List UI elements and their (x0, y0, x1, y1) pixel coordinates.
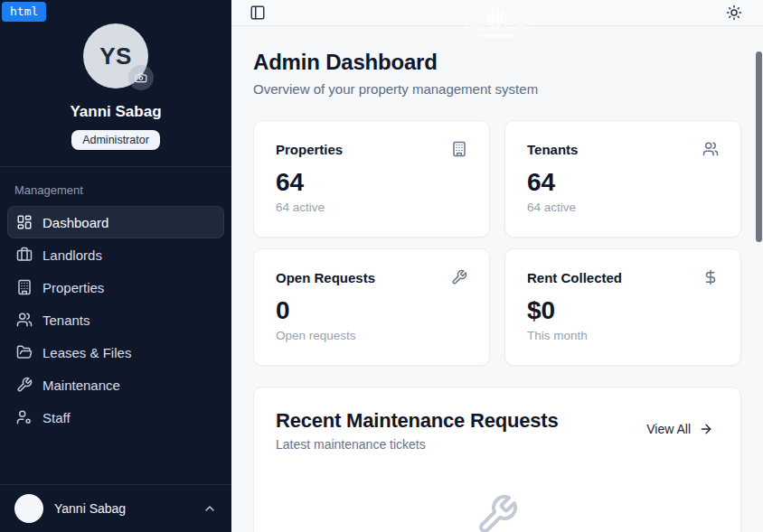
role-badge: Administrator (71, 130, 160, 150)
stat-title: Properties (276, 142, 343, 157)
sidebar-item-dashboard[interactable]: Dashboard (7, 206, 224, 238)
vertical-scrollbar[interactable] (756, 51, 762, 242)
stat-subtext: This month (527, 329, 719, 342)
dashboard-content: Admin Dashboard Overview of your propert… (231, 26, 763, 532)
page-subtitle: Overview of your property management sys… (253, 81, 741, 97)
sidebar-item-label: Tenants (42, 313, 90, 328)
stat-card-properties[interactable]: Properties 64 64 active (253, 120, 490, 238)
main-area: ATID REALITY Admin Dashboard Overview of… (231, 0, 763, 532)
stat-card-tenants[interactable]: Tenants 64 64 active (504, 120, 741, 238)
wrench-icon (451, 269, 467, 285)
building-icon (451, 141, 467, 157)
briefcase-icon (16, 247, 33, 263)
stat-cards-grid: Properties 64 64 active Tenants (253, 120, 741, 366)
profile-name: Yanni Sabag (14, 103, 217, 121)
building-icon (16, 279, 33, 295)
view-all-button[interactable]: View All (641, 415, 719, 443)
dashboard-icon (16, 214, 33, 230)
stat-title: Rent Collected (527, 270, 622, 285)
sun-icon (726, 5, 742, 21)
sidebar-item-label: Maintenance (42, 378, 120, 393)
sidebar: YS Yanni Sabag Administrator Management … (0, 0, 231, 532)
stat-title: Open Requests (276, 270, 375, 285)
sidebar-nav: Management Dashboard Landlords Propertie… (0, 167, 231, 484)
panel-left-icon (250, 5, 266, 21)
page-title: Admin Dashboard (253, 50, 741, 75)
user-cog-icon (16, 409, 33, 425)
stat-value: 0 (276, 297, 467, 325)
view-all-label: View All (646, 422, 691, 436)
stat-card-rent-collected[interactable]: Rent Collected $0 This month (504, 248, 741, 366)
sidebar-toggle-button[interactable] (245, 0, 270, 25)
sidebar-item-leases-files[interactable]: Leases & Files (7, 336, 224, 369)
profile-section: YS Yanni Sabag Administrator (0, 0, 231, 167)
folder-open-icon (16, 344, 33, 360)
sidebar-item-label: Properties (42, 280, 104, 295)
stat-value: 64 (527, 169, 719, 197)
devtools-element-badge: html (2, 2, 46, 22)
recent-maintenance-card: Recent Maintenance Requests Latest maint… (253, 387, 741, 532)
footer-avatar (14, 494, 43, 523)
dollar-icon (702, 269, 719, 285)
avatar: YS (83, 23, 148, 89)
empty-state (276, 493, 719, 532)
sidebar-item-staff[interactable]: Staff (7, 401, 224, 434)
wrench-icon (16, 377, 33, 393)
users-icon (16, 312, 33, 328)
sidebar-item-label: Dashboard (42, 215, 108, 230)
wrench-icon (476, 493, 519, 532)
theme-toggle-button[interactable] (721, 0, 747, 25)
sidebar-user-menu[interactable]: Yanni Sabag (0, 484, 231, 532)
recent-title: Recent Maintenance Requests (276, 409, 558, 433)
recent-subtitle: Latest maintenance tickets (276, 437, 558, 452)
skyline-icon (482, 4, 513, 23)
sidebar-item-properties[interactable]: Properties (7, 271, 224, 303)
stat-card-open-requests[interactable]: Open Requests 0 Open requests (253, 248, 490, 366)
stat-subtext: 64 active (276, 201, 467, 214)
sidebar-item-landlords[interactable]: Landlords (7, 238, 224, 271)
sidebar-item-label: Staff (42, 410, 71, 425)
stat-subtext: 64 active (527, 201, 719, 214)
footer-user-name: Yanni Sabag (54, 501, 192, 516)
sidebar-item-tenants[interactable]: Tenants (7, 303, 224, 336)
change-photo-button[interactable] (128, 65, 154, 90)
camera-icon (135, 71, 147, 84)
chevron-up-icon (203, 501, 217, 516)
app-root: html YS Yanni Sabag Administrator Manage… (0, 0, 763, 532)
sidebar-item-maintenance[interactable]: Maintenance (7, 369, 224, 401)
sidebar-item-label: Landlords (42, 247, 102, 263)
arrow-right-icon (699, 422, 713, 436)
nav-section-label: Management (7, 178, 224, 206)
stat-title: Tenants (527, 142, 578, 157)
users-icon (702, 141, 719, 157)
stat-value: 64 (276, 169, 467, 197)
topbar: ATID REALITY (231, 0, 763, 26)
sidebar-item-label: Leases & Files (42, 345, 131, 360)
stat-value: $0 (527, 297, 719, 325)
stat-subtext: Open requests (276, 329, 467, 342)
